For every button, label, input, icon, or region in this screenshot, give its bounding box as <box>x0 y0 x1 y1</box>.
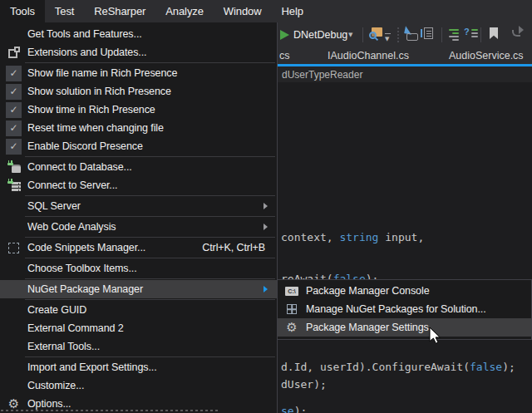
menu-item-code-snippets-manager[interactable]: Code Snippets Manager... Ctrl+K, Ctrl+B <box>0 238 277 257</box>
checked-box: ✓ <box>6 66 22 81</box>
menu-bar: Tools Test ReSharper Analyze Window Help <box>0 0 532 22</box>
shortcut-label: Ctrl+K, Ctrl+B <box>202 242 265 253</box>
menubar-item-tools[interactable]: Tools <box>0 0 45 22</box>
mouse-cursor <box>429 327 441 345</box>
code-line: se); <box>281 405 307 413</box>
code-line: context, string input, <box>281 231 424 243</box>
document-outline-bar-icon <box>421 29 422 37</box>
check-icon: ✓ <box>10 123 18 133</box>
server-icon <box>7 179 21 192</box>
menu-item-connect-to-server[interactable]: Connect to Server... <box>0 176 277 194</box>
code-line: dUser); <box>281 378 327 391</box>
menu-item-extensions-and-updates[interactable]: Extensions and Updates... <box>0 43 277 61</box>
menu-separator <box>25 258 275 258</box>
submenu-item-package-manager-console[interactable]: C:\ Package Manager Console <box>278 282 531 300</box>
menu-item-reset-time-changing-file[interactable]: ✓ Reset time when changing file <box>0 119 277 137</box>
menu-item-create-guid[interactable]: Create GUID <box>0 301 277 319</box>
menu-item-customize[interactable]: Customize... <box>0 376 277 395</box>
menu-separator <box>25 156 275 157</box>
submenu-arrow-icon <box>264 203 268 209</box>
menu-item-external-command-2[interactable]: External Command 2 <box>0 319 277 337</box>
check-icon: ✓ <box>10 105 18 115</box>
menu-item-import-export-settings[interactable]: Import and Export Settings... <box>0 358 277 376</box>
nuget-solution-icon <box>287 304 297 314</box>
checked-box: ✓ <box>6 139 22 155</box>
toolbar-separator <box>362 27 363 42</box>
menu-item-external-tools[interactable]: External Tools... <box>0 337 277 356</box>
submenu-item-manage-nuget-packages-solution[interactable]: Manage NuGet Packages for Solution... <box>278 300 531 318</box>
green-plug-icon <box>7 160 13 166</box>
menu-separator <box>25 216 275 217</box>
navigate-box-icon[interactable] <box>406 33 418 41</box>
vs-ide-window: DNetDebug ▼ ▼ ? cs IAudioChannel.cs Audi… <box>0 0 532 413</box>
menubar-item-window[interactable]: Window <box>214 0 272 22</box>
menu-separator <box>25 237 275 238</box>
check-icon: ✓ <box>10 68 18 78</box>
checked-box: ✓ <box>6 84 22 100</box>
checked-box: ✓ <box>6 120 22 136</box>
menubar-item-resharper[interactable]: ReSharper <box>84 0 155 22</box>
menu-item-sql-server[interactable]: SQL Server <box>0 197 277 215</box>
database-icon <box>7 160 21 174</box>
document-outline-icon[interactable] <box>424 27 433 39</box>
check-icon: ✓ <box>10 141 18 151</box>
find-dropdown-bar <box>385 33 391 34</box>
tab-iaudiochannel[interactable]: IAudioChannel.cs <box>328 50 409 61</box>
extensions-icon <box>8 47 20 58</box>
menu-separator <box>25 278 275 279</box>
snippets-icon <box>8 243 19 253</box>
menu-clip-edge <box>1 410 219 411</box>
menu-separator <box>25 62 275 63</box>
toggle-lines-icon[interactable]: ? <box>464 27 478 37</box>
gear-icon: ⚙ <box>286 322 297 334</box>
run-target-label[interactable]: DNetDebug <box>293 29 347 41</box>
tab-partial[interactable]: cs <box>279 50 290 61</box>
menu-item-show-solution-rich-presence[interactable]: ✓ Show solution in Rich Presence <box>0 82 277 101</box>
green-plug-icon <box>7 179 13 184</box>
menu-item-choose-toolbox-items[interactable]: Choose Toolbox Items... <box>0 259 277 278</box>
menu-item-enable-discord-presence[interactable]: ✓ Enable Discord Presence <box>0 137 277 155</box>
menubar-item-analyze[interactable]: Analyze <box>155 0 214 22</box>
check-icon: ✓ <box>10 86 18 96</box>
submenu-arrow-icon <box>264 224 268 230</box>
menu-item-nuget-package-manager[interactable]: NuGet Package Manager <box>0 280 277 298</box>
menu-item-show-file-name-rich-presence[interactable]: ✓ Show file name in Rich Presence <box>0 64 277 82</box>
menubar-item-help[interactable]: Help <box>271 0 313 22</box>
tools-menu: Get Tools and Features... Extensions and… <box>0 22 278 413</box>
find-chevron-down-icon[interactable]: ▼ <box>385 36 389 42</box>
menubar-item-test[interactable]: Test <box>45 0 84 22</box>
gear-icon: ⚙ <box>8 398 19 411</box>
toolbar-separator <box>480 27 481 42</box>
checked-box: ✓ <box>6 102 22 118</box>
breadcrumb-text[interactable]: dUserTypeReader <box>282 69 362 81</box>
format-lines-icon[interactable] <box>449 29 459 41</box>
tab-audioservice[interactable]: AudioService.cs <box>449 50 524 61</box>
run-target-chevron-down-icon[interactable]: ▼ <box>348 32 352 38</box>
menu-item-get-tools-and-features[interactable]: Get Tools and Features... <box>0 25 277 43</box>
toolbar-separator <box>441 27 442 42</box>
code-line: d.Id, userId).ConfigureAwait(false); <box>281 361 515 373</box>
partial-bookmark-prev-arrow-icon <box>519 26 524 34</box>
nuget-submenu: C:\ Package Manager Console Manage NuGet… <box>277 279 532 340</box>
start-debug-icon[interactable] <box>280 30 289 40</box>
menu-separator <box>25 299 275 300</box>
menu-item-connect-to-database[interactable]: Connect to Database... <box>0 158 277 176</box>
console-icon: C:\ <box>285 287 298 296</box>
submenu-item-package-manager-settings[interactable]: ⚙ Package Manager Settings <box>278 318 531 337</box>
submenu-arrow-icon <box>264 286 268 293</box>
menu-separator <box>25 195 275 196</box>
menu-separator <box>25 356 275 357</box>
menu-item-web-code-analysis[interactable]: Web Code Analysis <box>0 218 277 236</box>
toolbar-separator-dotted <box>397 27 399 42</box>
menu-item-show-time-rich-presence[interactable]: ✓ Show time in Rich Presence <box>0 101 277 119</box>
